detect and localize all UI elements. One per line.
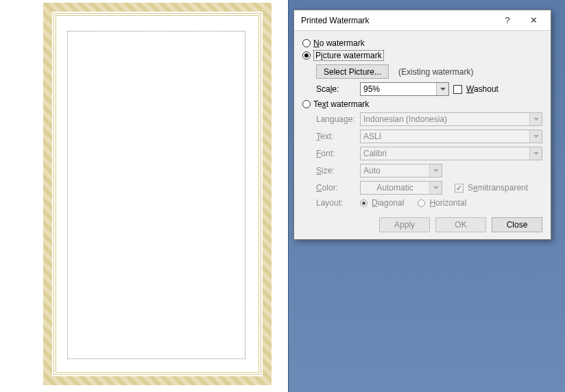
help-icon: ? — [505, 15, 509, 25]
layout-diagonal-radio — [360, 199, 368, 207]
size-combo: Auto — [360, 164, 442, 177]
scale-value: 95% — [361, 84, 436, 94]
language-value: Indonesian (Indonesia) — [361, 114, 529, 124]
chevron-down-icon — [529, 147, 542, 160]
layout-horizontal-label: Horizontal — [429, 198, 466, 208]
scale-combo[interactable]: 95% — [360, 82, 449, 96]
dialog-content: No watermark Picture watermark Select Pi… — [294, 31, 551, 239]
semitransparent-label: Semitransparent — [468, 183, 528, 193]
picture-watermark-group: Select Picture... (Existing watermark) S… — [316, 64, 542, 96]
text-value: ASLI — [361, 132, 529, 141]
apply-button: Apply — [379, 217, 430, 232]
no-watermark-label: No watermark — [313, 38, 365, 48]
semitransparent-checkbox — [455, 184, 464, 193]
language-label: Language: — [316, 114, 356, 124]
document-page — [19, 0, 278, 392]
text-combo: ASLI — [360, 130, 542, 143]
scale-label: Scale: — [316, 84, 356, 94]
chevron-down-icon — [429, 164, 442, 177]
close-icon: ✕ — [530, 15, 538, 25]
washout-checkbox[interactable] — [453, 85, 462, 94]
picture-watermark-label: Picture watermark — [313, 50, 384, 61]
color-combo: Automatic — [360, 181, 442, 195]
close-window-button[interactable]: ✕ — [520, 11, 546, 30]
font-value: Calibri — [361, 149, 529, 158]
layout-label: Layout: — [316, 198, 356, 208]
dialog-button-row: Apply OK Close — [302, 217, 542, 232]
text-watermark-option[interactable]: Text watermark — [302, 99, 542, 109]
font-label: Font: — [316, 149, 356, 158]
existing-watermark-label: (Existing watermark) — [398, 67, 473, 77]
text-watermark-label: Text watermark — [313, 99, 369, 109]
help-button[interactable]: ? — [494, 11, 520, 30]
picture-watermark-option[interactable]: Picture watermark — [302, 50, 542, 61]
radio-icon — [302, 39, 311, 47]
close-button[interactable]: Close — [492, 217, 542, 232]
chevron-down-icon — [436, 83, 448, 95]
chevron-down-icon — [529, 113, 542, 125]
chevron-down-icon — [529, 130, 542, 143]
language-combo: Indonesian (Indonesia) — [360, 112, 542, 126]
layout-diagonal-label: Diagonal — [372, 198, 404, 208]
washout-label: Washout — [466, 84, 498, 94]
select-picture-button[interactable]: Select Picture... — [316, 64, 389, 79]
ok-button: OK — [435, 217, 486, 232]
color-label: Color: — [316, 183, 356, 193]
size-value: Auto — [361, 166, 429, 175]
printed-watermark-dialog: Printed Watermark ? ✕ No watermark Pictu… — [293, 10, 551, 240]
dialog-titlebar: Printed Watermark ? ✕ — [294, 10, 551, 31]
text-watermark-group: Language: Indonesian (Indonesia) Text: A… — [316, 112, 542, 208]
font-combo: Calibri — [360, 147, 542, 160]
color-value: Automatic — [361, 183, 429, 193]
layout-horizontal-radio — [418, 199, 425, 207]
size-label: Size: — [316, 166, 356, 175]
dialog-title: Printed Watermark — [301, 16, 494, 25]
page-margin-guide — [67, 31, 245, 359]
text-label: Text: — [316, 132, 356, 141]
document-preview-area — [0, 0, 289, 392]
radio-icon — [302, 51, 311, 60]
no-watermark-option[interactable]: No watermark — [302, 38, 542, 48]
chevron-down-icon — [429, 182, 442, 194]
radio-icon — [302, 100, 311, 108]
